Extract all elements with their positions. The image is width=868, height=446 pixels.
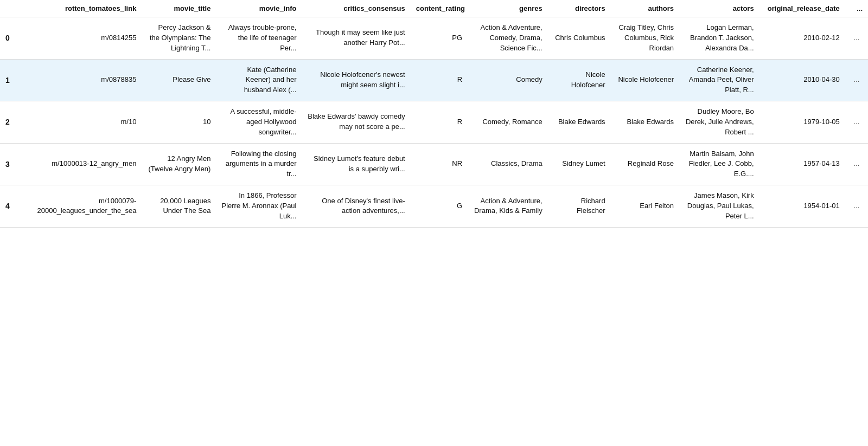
col-header-movie-title[interactable]: movie_title (142, 0, 216, 17)
cell-rotten-tomatoes-link: m/0814255 (28, 17, 142, 60)
cell-genres: Action & Adventure, Comedy, Drama, Scien… (468, 17, 548, 60)
cell-movie-title: 10 (142, 101, 216, 144)
table-row[interactable]: 4m/1000079-20000_leagues_under_the_sea20… (0, 185, 868, 228)
cell-genres: Comedy, Romance (468, 101, 548, 144)
cell-authors: Craig Titley, Chris Columbus, Rick Riord… (611, 17, 679, 60)
cell-rotten-tomatoes-link: m/1000079-20000_leagues_under_the_sea (28, 185, 142, 228)
cell-movie-title: Please Give (142, 59, 216, 101)
cell-authors: Earl Felton (611, 185, 679, 228)
cell-movie-info: Kate (Catherine Keener) and her husband … (216, 59, 302, 101)
cell-genres: Comedy (468, 59, 548, 101)
cell-rotten-tomatoes-link: m/0878835 (28, 59, 142, 101)
cell-more: ... (845, 17, 868, 60)
cell-more: ... (845, 59, 868, 101)
data-table-wrapper: rotten_tomatoes_link movie_title movie_i… (0, 0, 868, 228)
cell-critics-consensus: One of Disney's finest live-action adven… (302, 185, 410, 228)
col-header-movie-info[interactable]: movie_info (216, 0, 302, 17)
cell-index: 4 (0, 185, 28, 228)
cell-directors: Richard Fleischer (548, 185, 611, 228)
cell-more: ... (845, 143, 868, 185)
cell-movie-info: In 1866, Professor Pierre M. Aronnax (Pa… (216, 185, 302, 228)
cell-content-rating: NR (411, 143, 468, 185)
cell-critics-consensus: Blake Edwards' bawdy comedy may not scor… (302, 101, 410, 144)
cell-directors: Blake Edwards (548, 101, 611, 144)
table-row[interactable]: 2m/1010A successful, middle-aged Hollywo… (0, 101, 868, 144)
cell-original-release-date: 2010-04-30 (760, 59, 845, 101)
cell-directors: Nicole Holofcener (548, 59, 611, 101)
table-row[interactable]: 1m/0878835Please GiveKate (Catherine Kee… (0, 59, 868, 101)
cell-directors: Chris Columbus (548, 17, 611, 60)
col-header-content-rating[interactable]: content_rating (411, 0, 468, 17)
col-header-more: ... (845, 0, 868, 17)
cell-movie-info: Always trouble-prone, the life of teenag… (216, 17, 302, 60)
cell-movie-info: A successful, middle-aged Hollywood song… (216, 101, 302, 144)
cell-content-rating: G (411, 185, 468, 228)
cell-authors: Nicole Holofcener (611, 59, 679, 101)
cell-movie-title: Percy Jackson & the Olympians: The Light… (142, 17, 216, 60)
cell-critics-consensus: Sidney Lumet's feature debut is a superb… (302, 143, 410, 185)
table-header: rotten_tomatoes_link movie_title movie_i… (0, 0, 868, 17)
cell-original-release-date: 1957-04-13 (760, 143, 845, 185)
cell-index: 1 (0, 59, 28, 101)
table-row[interactable]: 0m/0814255Percy Jackson & the Olympians:… (0, 17, 868, 60)
table-body: 0m/0814255Percy Jackson & the Olympians:… (0, 17, 868, 228)
cell-index: 3 (0, 143, 28, 185)
cell-movie-title: 12 Angry Men (Twelve Angry Men) (142, 143, 216, 185)
data-table: rotten_tomatoes_link movie_title movie_i… (0, 0, 868, 228)
cell-content-rating: R (411, 101, 468, 144)
cell-directors: Sidney Lumet (548, 143, 611, 185)
cell-more: ... (845, 185, 868, 228)
cell-movie-title: 20,000 Leagues Under The Sea (142, 185, 216, 228)
cell-content-rating: R (411, 59, 468, 101)
cell-rotten-tomatoes-link: m/10 (28, 101, 142, 144)
col-header-rotten-tomatoes-link[interactable]: rotten_tomatoes_link (28, 0, 142, 17)
table-row[interactable]: 3m/1000013-12_angry_men12 Angry Men (Twe… (0, 143, 868, 185)
col-header-genres[interactable]: genres (468, 0, 548, 17)
cell-more: ... (845, 101, 868, 144)
cell-index: 2 (0, 101, 28, 144)
cell-original-release-date: 2010-02-12 (760, 17, 845, 60)
cell-index: 0 (0, 17, 28, 60)
cell-original-release-date: 1954-01-01 (760, 185, 845, 228)
cell-genres: Action & Adventure, Drama, Kids & Family (468, 185, 548, 228)
cell-content-rating: PG (411, 17, 468, 60)
cell-movie-info: Following the closing arguments in a mur… (216, 143, 302, 185)
col-header-actors[interactable]: actors (679, 0, 760, 17)
col-header-critics-consensus[interactable]: critics_consensus (302, 0, 410, 17)
cell-authors: Reginald Rose (611, 143, 679, 185)
cell-actors: Logan Lerman, Brandon T. Jackson, Alexan… (679, 17, 760, 60)
cell-genres: Classics, Drama (468, 143, 548, 185)
cell-actors: Dudley Moore, Bo Derek, Julie Andrews, R… (679, 101, 760, 144)
cell-rotten-tomatoes-link: m/1000013-12_angry_men (28, 143, 142, 185)
cell-critics-consensus: Nicole Holofcener's newest might seem sl… (302, 59, 410, 101)
col-header-directors[interactable]: directors (548, 0, 611, 17)
cell-actors: Martin Balsam, John Fiedler, Lee J. Cobb… (679, 143, 760, 185)
cell-actors: James Mason, Kirk Douglas, Paul Lukas, P… (679, 185, 760, 228)
col-header-index[interactable] (0, 0, 28, 17)
cell-original-release-date: 1979-10-05 (760, 101, 845, 144)
col-header-authors[interactable]: authors (611, 0, 679, 17)
header-row: rotten_tomatoes_link movie_title movie_i… (0, 0, 868, 17)
cell-critics-consensus: Though it may seem like just another Har… (302, 17, 410, 60)
col-header-original-release-date[interactable]: original_release_date (760, 0, 845, 17)
cell-authors: Blake Edwards (611, 101, 679, 144)
cell-actors: Catherine Keener, Amanda Peet, Oliver Pl… (679, 59, 760, 101)
